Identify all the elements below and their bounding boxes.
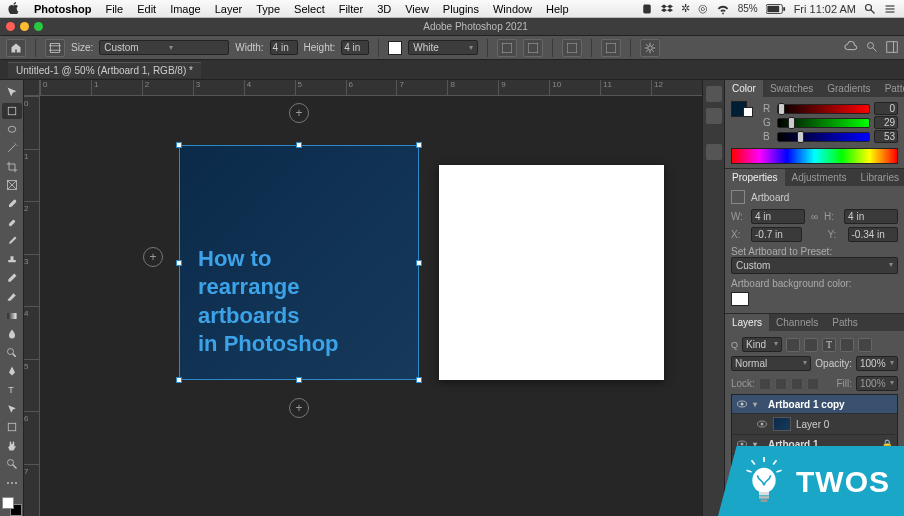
layer-layer0[interactable]: Layer 0: [732, 414, 897, 435]
handle-nw[interactable]: [176, 142, 182, 148]
opacity-input[interactable]: 100%▾: [856, 356, 898, 371]
canvas-area[interactable]: 0123456789101112 01234567 + + + How to r…: [24, 80, 702, 516]
hand-tool[interactable]: [2, 438, 22, 455]
filter-kind-select[interactable]: Kind▾: [742, 337, 782, 352]
tab-swatches[interactable]: Swatches: [763, 80, 820, 97]
artboard-1-copy[interactable]: How to rearrange artboards in Photoshop: [179, 145, 419, 380]
g-value[interactable]: 29: [874, 116, 898, 129]
brush-tool[interactable]: [2, 233, 22, 250]
frame-tool[interactable]: [2, 177, 22, 194]
dock-icon-2[interactable]: [706, 108, 722, 124]
menu-file[interactable]: File: [105, 3, 123, 15]
filter-type-icon[interactable]: T: [822, 338, 836, 352]
spotlight-icon[interactable]: [864, 3, 876, 15]
r-slider[interactable]: [777, 104, 870, 114]
menu-3d[interactable]: 3D: [377, 3, 391, 15]
artboard-1[interactable]: [439, 165, 664, 380]
b-value[interactable]: 53: [874, 130, 898, 143]
horizontal-ruler[interactable]: 0123456789101112: [40, 80, 702, 96]
spectrum-bar[interactable]: [731, 148, 898, 164]
w-input[interactable]: 4 in: [751, 209, 805, 224]
tab-channels[interactable]: Channels: [769, 314, 825, 331]
handle-s[interactable]: [296, 377, 302, 383]
handle-ne[interactable]: [416, 142, 422, 148]
tab-libraries[interactable]: Libraries: [854, 169, 904, 186]
battery-icon[interactable]: [766, 4, 786, 14]
move-tool[interactable]: [2, 84, 22, 101]
gear-icon[interactable]: [640, 39, 660, 57]
vertical-ruler[interactable]: 01234567: [24, 96, 40, 516]
color-swatches[interactable]: [2, 497, 22, 515]
dock-icon-3[interactable]: [706, 144, 722, 160]
menu-edit[interactable]: Edit: [137, 3, 156, 15]
filter-adj-icon[interactable]: [804, 338, 818, 352]
type-tool[interactable]: T: [2, 382, 22, 399]
menu-layer[interactable]: Layer: [215, 3, 243, 15]
wand-tool[interactable]: [2, 140, 22, 157]
handle-w[interactable]: [176, 260, 182, 266]
menu-type[interactable]: Type: [256, 3, 280, 15]
align-to-icon[interactable]: [601, 39, 621, 57]
handle-n[interactable]: [296, 142, 302, 148]
cc-icon[interactable]: ◎: [698, 2, 708, 15]
search-icon[interactable]: [866, 41, 878, 55]
zoom-tool[interactable]: [2, 456, 22, 473]
path-tool[interactable]: [2, 400, 22, 417]
document-tab[interactable]: Untitled-1 @ 50% (Artboard 1, RGB/8) *: [8, 62, 201, 78]
visibility-icon[interactable]: [756, 418, 768, 430]
align-icon-2[interactable]: [523, 39, 543, 57]
workspace-icon[interactable]: [886, 41, 898, 55]
eraser-tool[interactable]: [2, 289, 22, 306]
artboard-add-top[interactable]: +: [289, 103, 309, 123]
menu-window[interactable]: Window: [493, 3, 532, 15]
width-input[interactable]: 4 in: [270, 40, 298, 55]
lock-artboard-icon[interactable]: [791, 378, 803, 390]
eyedropper-tool[interactable]: [2, 196, 22, 213]
window-minimize-button[interactable]: [20, 22, 29, 31]
tab-adjustments[interactable]: Adjustments: [785, 169, 854, 186]
artboard-tool[interactable]: [2, 103, 22, 120]
history-brush-tool[interactable]: [2, 270, 22, 287]
lock-position-icon[interactable]: [775, 378, 787, 390]
filter-shape-icon[interactable]: [840, 338, 854, 352]
home-button[interactable]: [6, 39, 26, 57]
window-close-button[interactable]: [6, 22, 15, 31]
lock-all-icon[interactable]: [807, 378, 819, 390]
tab-layers[interactable]: Layers: [725, 314, 769, 331]
heal-tool[interactable]: [2, 214, 22, 231]
lock-pixels-icon[interactable]: [759, 378, 771, 390]
tab-gradients[interactable]: Gradients: [820, 80, 877, 97]
handle-sw[interactable]: [176, 377, 182, 383]
expand-icon[interactable]: ▾: [753, 400, 763, 409]
crop-tool[interactable]: [2, 158, 22, 175]
gradient-tool[interactable]: [2, 307, 22, 324]
menu-plugins[interactable]: Plugins: [443, 3, 479, 15]
y-input[interactable]: -0.34 in: [848, 227, 899, 242]
filter-smart-icon[interactable]: [858, 338, 872, 352]
bg-swatch[interactable]: [731, 292, 749, 306]
stamp-tool[interactable]: [2, 251, 22, 268]
sync-icon[interactable]: ✲: [681, 2, 690, 15]
menu-image[interactable]: Image: [170, 3, 201, 15]
layer-artboard-1-copy[interactable]: ▾ Artboard 1 copy: [732, 395, 897, 414]
tab-patterns[interactable]: Patterns: [878, 80, 904, 97]
b-slider[interactable]: [777, 132, 870, 142]
tab-properties[interactable]: Properties: [725, 169, 785, 186]
g-slider[interactable]: [777, 118, 870, 128]
color-fg-bg-swatch[interactable]: [731, 101, 753, 117]
tab-paths[interactable]: Paths: [825, 314, 865, 331]
x-input[interactable]: -0.7 in: [751, 227, 802, 242]
artboard-add-bottom[interactable]: +: [289, 398, 309, 418]
evernote-icon[interactable]: [641, 3, 653, 15]
visibility-icon[interactable]: [736, 398, 748, 410]
link-wh-icon[interactable]: ∞: [811, 211, 818, 222]
artboard-bg-select[interactable]: White▾: [408, 40, 478, 55]
pen-tool[interactable]: [2, 363, 22, 380]
menu-view[interactable]: View: [405, 3, 429, 15]
handle-e[interactable]: [416, 260, 422, 266]
tab-color[interactable]: Color: [725, 80, 763, 97]
r-value[interactable]: 0: [874, 102, 898, 115]
cloud-icon[interactable]: [844, 41, 858, 55]
align-icon-1[interactable]: [497, 39, 517, 57]
blend-mode-select[interactable]: Normal▾: [731, 356, 811, 371]
